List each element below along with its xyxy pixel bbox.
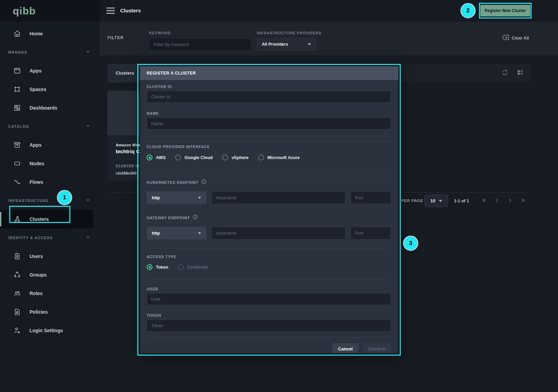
chevron-down-icon	[439, 200, 442, 202]
sidebar-item-groups[interactable]: Groups	[0, 266, 100, 284]
app-window-icon	[13, 67, 21, 75]
node-icon	[13, 159, 21, 168]
clusters-item-highlight-box	[9, 206, 70, 223]
filter-label: FILTER	[107, 35, 124, 40]
spaces-icon	[13, 85, 21, 93]
annotation-step-2: 2	[460, 3, 476, 18]
sidebar-item-label: Apps	[30, 68, 42, 74]
sidebar-item-nodes[interactable]: Nodes	[0, 154, 100, 173]
login-settings-icon	[13, 326, 21, 335]
first-page-icon[interactable]	[481, 197, 488, 205]
sidebar: qibb Home MANAGE Apps Spaces Dashboards …	[0, 0, 100, 392]
sidebar-item-label: Groups	[30, 272, 47, 278]
annotation-step-1: 1	[57, 190, 72, 205]
per-page-select[interactable]: 10	[424, 194, 448, 207]
hamburger-menu-icon[interactable]	[106, 7, 115, 14]
last-page-icon[interactable]	[520, 197, 526, 205]
policy-lock-icon	[13, 308, 21, 316]
register-button-highlight-box: Register New Cluster	[479, 3, 532, 19]
sidebar-item-login-settings[interactable]: Login Settings	[0, 321, 100, 340]
sidebar-nav: Home MANAGE Apps Spaces Dashboards CATAL…	[0, 22, 100, 340]
sidebar-item-flows[interactable]: Flows	[0, 173, 100, 191]
sidebar-section-catalog[interactable]: CATALOG	[0, 117, 100, 136]
page-title: Clusters	[120, 8, 141, 13]
sidebar-item-roles[interactable]: Roles	[0, 284, 100, 303]
sidebar-item-label: Flows	[30, 179, 43, 185]
refresh-icon[interactable]	[502, 69, 509, 77]
sidebar-item-label: Home	[30, 31, 43, 36]
sidebar-item-home[interactable]: Home	[0, 24, 100, 43]
chevron-down-icon	[85, 49, 91, 56]
sidebar-item-label: Apps	[30, 142, 42, 148]
sidebar-section-identity-access[interactable]: IDENTITY & ACCESS	[0, 228, 100, 247]
sidebar-item-label: Spaces	[30, 87, 46, 92]
sidebar-item-label: Users	[30, 254, 43, 259]
pagination-controls	[481, 197, 526, 205]
qibb-logo[interactable]: qibb	[13, 5, 36, 17]
sidebar-item-spaces[interactable]: Spaces	[0, 80, 100, 99]
filter-bar: FILTER KEYWORD INFRASTRUCTURE PROVIDERS …	[100, 22, 558, 55]
roles-icon	[13, 289, 21, 298]
per-page-label: PER PAGE	[401, 199, 423, 203]
sidebar-item-apps-catalog[interactable]: Apps	[0, 136, 100, 154]
clear-icon	[502, 35, 509, 42]
logo-text-gray: q	[13, 5, 19, 16]
previous-page-icon[interactable]	[494, 197, 500, 205]
keyword-search-input[interactable]	[149, 38, 251, 51]
next-page-icon[interactable]	[507, 197, 513, 205]
chevron-down-icon	[85, 123, 91, 130]
providers-select[interactable]: All Providers	[257, 38, 316, 51]
groups-icon	[13, 271, 21, 279]
catalog-box-icon	[13, 141, 21, 149]
sidebar-item-apps-manage[interactable]: Apps	[0, 61, 100, 80]
modal-highlight-box	[137, 64, 401, 356]
providers-filter-group: INFRASTRUCTURE PROVIDERS All Providers	[257, 31, 322, 51]
annotation-step-3: 3	[403, 236, 418, 251]
keyword-filter-group: KEYWORD	[149, 31, 251, 51]
chevron-down-icon	[308, 43, 311, 45]
sidebar-item-label: Policies	[30, 309, 48, 315]
sidebar-section-manage[interactable]: MANAGE	[0, 43, 100, 61]
chevron-down-icon	[85, 197, 91, 204]
providers-label: INFRASTRUCTURE PROVIDERS	[257, 31, 322, 35]
pagination-range: 1-1 of 1	[454, 199, 469, 203]
sidebar-item-users[interactable]: Users	[0, 247, 100, 266]
topbar: Clusters Register New Cluster	[100, 0, 558, 22]
home-icon	[13, 30, 21, 38]
logo-area: qibb	[0, 0, 100, 22]
chevron-down-icon	[85, 234, 91, 241]
grid-list-view-icon[interactable]	[517, 69, 524, 77]
clear-all-button[interactable]: Clear All	[502, 35, 529, 42]
panel-actions	[502, 64, 524, 82]
flow-icon	[13, 178, 21, 186]
sidebar-item-label: Dashboards	[30, 105, 57, 111]
sidebar-item-dashboards[interactable]: Dashboards	[0, 99, 100, 117]
dashboards-icon	[13, 104, 21, 112]
logo-text-green: ibb	[19, 5, 36, 16]
sidebar-item-label: Roles	[30, 291, 43, 296]
sidebar-item-label: Login Settings	[30, 328, 63, 333]
register-new-cluster-button[interactable]: Register New Cluster	[480, 5, 530, 16]
sidebar-item-label: Nodes	[30, 161, 44, 166]
user-card-icon	[13, 252, 21, 260]
sidebar-item-policies[interactable]: Policies	[0, 303, 100, 321]
keyword-label: KEYWORD	[149, 31, 251, 35]
